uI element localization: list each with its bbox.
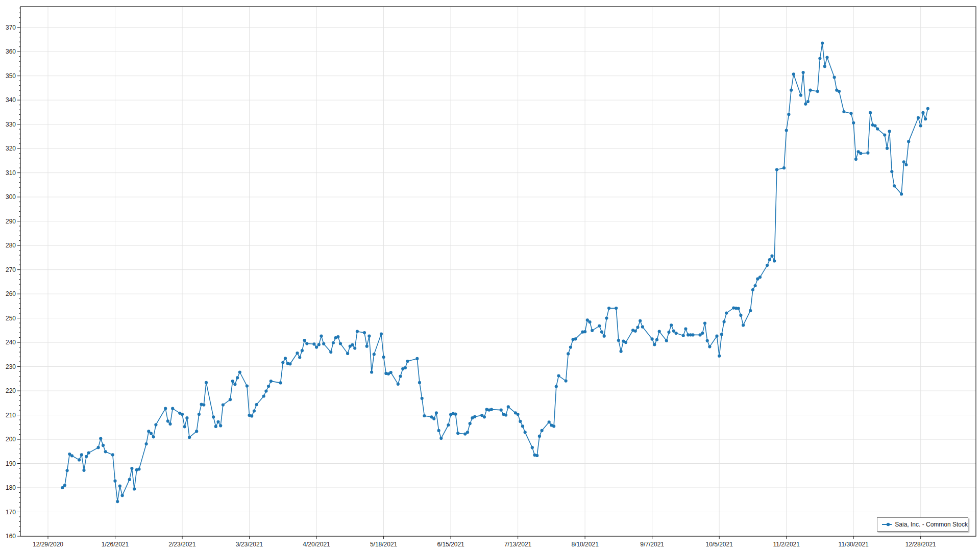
axis-labels: 1601701801902002102202302402502602702802… [6, 24, 936, 548]
series-line-marker-icon [881, 521, 892, 528]
y-tick-label: 330 [6, 121, 16, 128]
x-tick-label: 1/26/2021 [102, 541, 129, 548]
y-tick-label: 250 [6, 315, 16, 322]
y-tick-label: 290 [6, 218, 16, 225]
y-tick-label: 230 [6, 363, 16, 370]
price-line [62, 43, 928, 502]
x-tick-label: 8/10/2021 [571, 541, 599, 548]
y-tick-label: 350 [6, 72, 16, 80]
y-tick-label: 310 [6, 169, 16, 177]
y-tick-label: 270 [6, 266, 16, 273]
x-tick-label: 12/29/2020 [33, 541, 63, 548]
y-tick-label: 280 [6, 242, 16, 249]
y-tick-label: 240 [6, 339, 16, 346]
y-tick-label: 300 [6, 193, 16, 201]
x-tick-label: 12/28/2021 [905, 541, 936, 548]
data-points [61, 42, 929, 504]
y-tick-label: 190 [6, 460, 16, 467]
y-tick-label: 200 [6, 436, 16, 443]
y-tick-label: 220 [6, 387, 16, 394]
legend[interactable]: Saia, Inc. - Common Stock [877, 517, 968, 532]
y-tick-label: 360 [6, 48, 16, 55]
x-tick-label: 3/23/2021 [236, 541, 263, 548]
axes [20, 7, 976, 536]
x-tick-label: 2/23/2021 [168, 541, 196, 548]
y-tick-label: 370 [6, 24, 16, 31]
x-tick-label: 4/20/2021 [303, 541, 330, 548]
stock-chart-window: 1601701801902002102202302402502602702802… [0, 0, 980, 551]
y-tick-label: 340 [6, 96, 16, 104]
y-tick-label: 260 [6, 290, 16, 297]
x-tick-label: 5/18/2021 [370, 541, 398, 548]
x-tick-label: 6/15/2021 [437, 541, 464, 548]
x-tick-label: 11/30/2021 [839, 541, 869, 548]
plot-frame [20, 7, 976, 536]
price-series [61, 42, 929, 504]
y-tick-label: 160 [6, 533, 16, 540]
x-tick-label: 9/7/2021 [640, 541, 664, 548]
y-tick-label: 320 [6, 145, 16, 152]
x-tick-label: 10/5/2021 [705, 541, 733, 548]
y-tick-label: 180 [6, 484, 16, 491]
stock-line-chart[interactable]: 1601701801902002102202302402502602702802… [0, 0, 980, 551]
tick-marks [17, 8, 921, 539]
x-tick-label: 7/13/2021 [504, 541, 532, 548]
y-tick-label: 170 [6, 509, 16, 516]
gridlines [20, 7, 976, 536]
x-tick-label: 11/2/2021 [773, 541, 800, 548]
y-tick-label: 210 [6, 412, 16, 419]
legend-series-label: Saia, Inc. - Common Stock [895, 521, 968, 528]
